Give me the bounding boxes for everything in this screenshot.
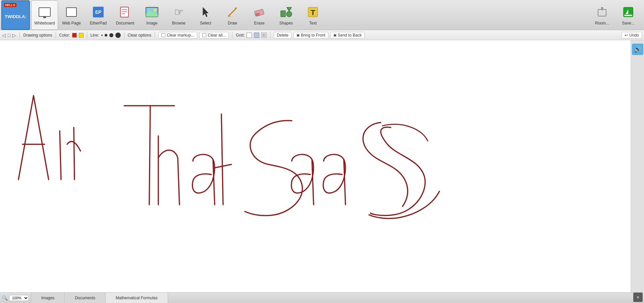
tab-math-label: Mathematical Formulas [116,296,158,300]
toolbar-nav-icon-3[interactable]: ▷ [12,33,16,38]
delete-label: Delete [277,33,288,38]
close-tab-btn[interactable]: × [633,293,643,302]
grid-option-2[interactable] [254,33,259,38]
drawing-options-label: Drawing options [23,33,52,38]
line-label: Line: [91,33,99,38]
bottom-spacer [168,293,633,303]
toolbar-btn-text[interactable]: T Text [300,0,326,30]
toolbar-btn-save[interactable]: Save... [616,3,640,27]
select-label: Select [200,21,211,26]
browse-icon: ☞ [171,5,186,19]
tab-images[interactable]: Images [31,293,65,303]
clear-all-label: Clear all... [208,33,226,38]
zoom-area: 🔍 100% 75% 50% 150% 200% [0,293,31,303]
toolbar-btn-room[interactable]: Room... [590,3,614,27]
line-size-3[interactable] [109,33,113,37]
undo-label: Undo [629,33,639,38]
draw-label: Draw [228,21,237,26]
delete-btn[interactable]: Delete [274,32,291,39]
clear-options-label: Clear options [128,33,152,38]
clear-all-btn[interactable]: Clear all... [199,32,229,39]
line-size-1[interactable] [101,35,103,36]
svg-point-19 [601,7,603,9]
line-size-2[interactable] [105,34,107,37]
document-label: Document [116,21,135,26]
canvas-area[interactable] [0,40,631,292]
whiteboard-icon [37,5,52,19]
bottom-bar: 🔍 100% 75% 50% 150% 200% Images Document… [0,292,644,303]
grid-option-1[interactable] [247,33,252,38]
separator-1 [19,32,20,39]
webpage-label: Web Page [62,21,81,26]
text-icon: T [306,5,320,19]
toolbar-btn-draw[interactable]: Draw [219,0,246,30]
browse-label: Browse [172,21,185,26]
main-area: 🔊 [0,40,644,292]
image-label: Image [146,21,157,26]
svg-rect-0 [120,7,128,17]
save-label: Save... [622,21,634,26]
toolbar-btn-browse[interactable]: ☞ Browse [165,0,192,30]
toolbar-nav-icon-1[interactable]: ◁ [2,33,6,38]
toolbar-btn-webpage[interactable]: Web Page [58,0,85,30]
toolbar-btn-image[interactable]: Image [139,0,165,30]
etherpad-label: EtherPad [90,21,107,26]
toolbar-nav-icon-2[interactable]: □ [8,33,10,38]
svg-marker-7 [203,7,208,17]
send-back-icon: ▣ [333,33,336,37]
svg-rect-13 [281,11,285,17]
toolbar-btn-etherpad[interactable]: EP EtherPad [85,0,112,30]
clear-markup-label: Clear markup... [167,33,194,38]
send-to-back-label: Send to Back [338,33,362,38]
color-yellow-swatch[interactable] [79,33,84,38]
toolbar-btn-whiteboard[interactable]: Whiteboard [31,0,58,30]
room-label: Room... [595,21,609,26]
zoom-select[interactable]: 100% 75% 50% 150% 200% [9,295,29,301]
logo[interactable]: HELLO TWIDDLA: [1,0,30,30]
clear-markup-btn[interactable]: Clear markup... [158,32,197,39]
save-icon [621,5,636,19]
separator-3 [87,32,87,39]
toolbar-top: HELLO TWIDDLA: Whiteboard Web Page EP Et… [0,0,644,30]
tab-documents-label: Documents [75,296,95,300]
room-icon [595,5,609,19]
text-label: Text [309,21,317,26]
svg-rect-10 [228,15,230,17]
zoom-icon: 🔍 [2,295,8,301]
draw-icon [225,5,240,19]
line-size-4[interactable] [115,33,121,38]
bring-to-front-btn[interactable]: ▣ Bring to Front [293,32,328,39]
shapes-icon [279,5,293,19]
tab-documents[interactable]: Documents [65,293,106,303]
tab-mathematical-formulas[interactable]: Mathematical Formulas [106,293,168,303]
erase-label: Erase [254,21,264,26]
handwriting-canvas[interactable] [0,40,631,292]
svg-rect-23 [624,15,632,16]
grid-option-3[interactable] [261,33,267,38]
separator-2 [56,32,56,39]
svg-point-15 [286,11,292,17]
image-icon [145,5,159,19]
logo-hello-badge: HELLO [4,3,16,7]
clear-all-checkbox [202,33,206,37]
audio-button[interactable]: 🔊 [632,44,643,55]
close-tab-icon: × [637,295,639,300]
erase-icon [252,5,267,19]
svg-line-8 [228,9,236,16]
color-label: Color: [59,33,70,38]
svg-text:T: T [311,8,315,17]
etherpad-icon: EP [91,5,106,19]
undo-btn[interactable]: ↩ Undo [622,32,642,39]
toolbar-btn-select[interactable]: Select [192,0,219,30]
send-to-back-btn[interactable]: ▣ Send to Back [330,32,365,39]
toolbar-btn-erase[interactable]: Erase [246,0,273,30]
separator-4 [124,32,124,39]
document-icon [118,5,132,19]
right-panel: 🔊 [631,40,644,292]
toolbar-second: ◁ □ ▷ Drawing options Color: Line: Clear… [0,30,644,40]
color-red-swatch[interactable] [72,33,77,38]
bring-front-icon: ▣ [297,33,300,37]
shapes-label: Shapes [279,21,293,26]
toolbar-btn-shapes[interactable]: Shapes [273,0,300,30]
toolbar-btn-document[interactable]: Document [112,0,139,30]
